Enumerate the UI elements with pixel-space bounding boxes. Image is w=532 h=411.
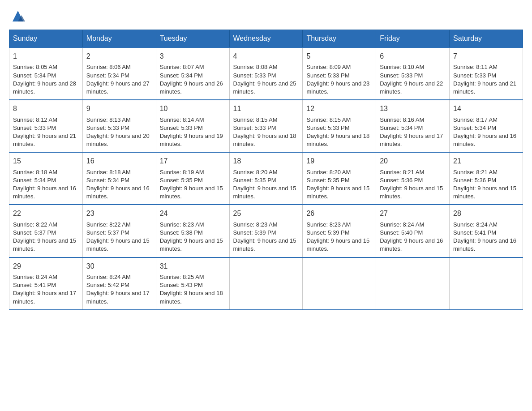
sunrise-label: Sunrise: 8:25 AM [160, 274, 204, 280]
sunset-label: Sunset: 5:35 PM [160, 177, 203, 184]
day-number: 1 [13, 51, 79, 61]
sunrise-label: Sunrise: 8:10 AM [380, 64, 424, 70]
day-number: 17 [160, 156, 226, 166]
sunrise-label: Sunrise: 8:24 AM [13, 274, 57, 280]
calendar-week-row: 22 Sunrise: 8:22 AM Sunset: 5:37 PM Dayl… [9, 205, 523, 257]
daylight-label: Daylight: 9 hours and 15 minutes. [233, 185, 296, 200]
calendar-cell: 26 Sunrise: 8:23 AM Sunset: 5:39 PM Dayl… [303, 205, 376, 257]
day-number: 15 [13, 156, 79, 166]
calendar-cell: 25 Sunrise: 8:23 AM Sunset: 5:39 PM Dayl… [229, 205, 303, 257]
sunrise-label: Sunrise: 8:08 AM [233, 64, 278, 70]
daylight-label: Daylight: 9 hours and 16 minutes. [86, 185, 150, 200]
calendar-day-header: Saturday [450, 30, 523, 48]
calendar-cell [303, 257, 376, 310]
daylight-label: Daylight: 9 hours and 17 minutes. [380, 133, 443, 147]
day-number: 27 [380, 209, 446, 218]
calendar-header-row: SundayMondayTuesdayWednesdayThursdayFrid… [9, 30, 523, 48]
daylight-label: Daylight: 9 hours and 20 minutes. [86, 133, 150, 147]
sunset-label: Sunset: 5:33 PM [13, 124, 56, 131]
sunset-label: Sunset: 5:33 PM [380, 72, 423, 79]
sunset-label: Sunset: 5:43 PM [160, 282, 203, 288]
sunset-label: Sunset: 5:34 PM [86, 177, 129, 184]
daylight-label: Daylight: 9 hours and 16 minutes. [13, 185, 76, 200]
sunrise-label: Sunrise: 8:17 AM [453, 116, 498, 123]
sunset-label: Sunset: 5:33 PM [453, 72, 496, 79]
daylight-label: Daylight: 9 hours and 15 minutes. [13, 237, 76, 252]
calendar-cell: 10 Sunrise: 8:14 AM Sunset: 5:33 PM Dayl… [156, 100, 229, 152]
calendar-cell: 19 Sunrise: 8:20 AM Sunset: 5:35 PM Dayl… [303, 152, 376, 205]
sunrise-label: Sunrise: 8:07 AM [160, 64, 204, 70]
sunset-label: Sunset: 5:34 PM [13, 177, 56, 184]
sunrise-label: Sunrise: 8:24 AM [453, 221, 498, 228]
calendar-cell: 29 Sunrise: 8:24 AM Sunset: 5:41 PM Dayl… [9, 257, 83, 310]
calendar-cell: 14 Sunrise: 8:17 AM Sunset: 5:34 PM Dayl… [450, 100, 523, 152]
sunrise-label: Sunrise: 8:24 AM [380, 221, 424, 228]
day-number: 11 [233, 104, 299, 114]
daylight-label: Daylight: 9 hours and 18 minutes. [306, 133, 369, 147]
calendar-cell: 18 Sunrise: 8:20 AM Sunset: 5:35 PM Dayl… [229, 152, 303, 205]
day-number: 28 [453, 209, 519, 218]
sunset-label: Sunset: 5:39 PM [233, 229, 276, 236]
sunset-label: Sunset: 5:33 PM [233, 72, 276, 79]
daylight-label: Daylight: 9 hours and 26 minutes. [160, 80, 223, 95]
day-number: 26 [306, 209, 372, 218]
sunset-label: Sunset: 5:36 PM [380, 177, 423, 184]
day-number: 16 [86, 156, 152, 166]
calendar-cell: 12 Sunrise: 8:15 AM Sunset: 5:33 PM Dayl… [303, 100, 376, 152]
day-number: 24 [160, 209, 226, 218]
calendar-cell: 27 Sunrise: 8:24 AM Sunset: 5:40 PM Dayl… [376, 205, 450, 257]
sunset-label: Sunset: 5:34 PM [380, 124, 423, 131]
day-number: 4 [233, 51, 299, 61]
daylight-label: Daylight: 9 hours and 23 minutes. [306, 80, 369, 95]
sunrise-label: Sunrise: 8:16 AM [380, 116, 424, 123]
day-number: 18 [233, 156, 299, 166]
logo-icon [11, 9, 25, 23]
calendar-day-header: Wednesday [229, 30, 303, 48]
calendar-week-row: 1 Sunrise: 8:05 AM Sunset: 5:34 PM Dayli… [9, 47, 523, 100]
daylight-label: Daylight: 9 hours and 16 minutes. [453, 133, 516, 147]
day-number: 7 [453, 51, 519, 61]
calendar-day-header: Sunday [9, 30, 83, 48]
day-number: 12 [306, 104, 372, 114]
sunrise-label: Sunrise: 8:23 AM [306, 221, 351, 228]
day-number: 5 [306, 51, 372, 61]
calendar-cell: 20 Sunrise: 8:21 AM Sunset: 5:36 PM Dayl… [376, 152, 450, 205]
calendar-cell: 16 Sunrise: 8:18 AM Sunset: 5:34 PM Dayl… [82, 152, 156, 205]
day-number: 20 [380, 156, 446, 166]
day-number: 13 [380, 104, 446, 114]
calendar-cell: 9 Sunrise: 8:13 AM Sunset: 5:33 PM Dayli… [82, 100, 156, 152]
daylight-label: Daylight: 9 hours and 15 minutes. [86, 237, 150, 252]
calendar-cell: 22 Sunrise: 8:22 AM Sunset: 5:37 PM Dayl… [9, 205, 83, 257]
daylight-label: Daylight: 9 hours and 22 minutes. [380, 80, 443, 95]
sunset-label: Sunset: 5:34 PM [86, 72, 129, 79]
sunrise-label: Sunrise: 8:22 AM [13, 221, 57, 228]
sunrise-label: Sunrise: 8:21 AM [380, 169, 424, 176]
day-number: 8 [13, 104, 79, 114]
calendar-cell [376, 257, 450, 310]
sunrise-label: Sunrise: 8:11 AM [453, 64, 498, 70]
calendar-week-row: 15 Sunrise: 8:18 AM Sunset: 5:34 PM Dayl… [9, 152, 523, 205]
calendar-cell: 8 Sunrise: 8:12 AM Sunset: 5:33 PM Dayli… [9, 100, 83, 152]
day-number: 2 [86, 51, 152, 61]
day-number: 21 [453, 156, 519, 166]
calendar-cell: 6 Sunrise: 8:10 AM Sunset: 5:33 PM Dayli… [376, 47, 450, 100]
daylight-label: Daylight: 9 hours and 15 minutes. [453, 185, 516, 200]
daylight-label: Daylight: 9 hours and 19 minutes. [160, 133, 223, 147]
sunset-label: Sunset: 5:33 PM [306, 124, 349, 131]
daylight-label: Daylight: 9 hours and 17 minutes. [13, 290, 76, 304]
calendar-cell: 17 Sunrise: 8:19 AM Sunset: 5:35 PM Dayl… [156, 152, 229, 205]
sunset-label: Sunset: 5:33 PM [233, 124, 276, 131]
calendar-cell: 31 Sunrise: 8:25 AM Sunset: 5:43 PM Dayl… [156, 257, 229, 310]
sunrise-label: Sunrise: 8:13 AM [86, 116, 131, 123]
sunset-label: Sunset: 5:33 PM [160, 124, 203, 131]
day-number: 22 [13, 209, 79, 218]
sunrise-label: Sunrise: 8:21 AM [453, 169, 498, 176]
sunrise-label: Sunrise: 8:18 AM [13, 169, 57, 176]
daylight-label: Daylight: 9 hours and 15 minutes. [306, 185, 369, 200]
sunset-label: Sunset: 5:35 PM [306, 177, 349, 184]
daylight-label: Daylight: 9 hours and 21 minutes. [453, 80, 516, 95]
daylight-label: Daylight: 9 hours and 21 minutes. [13, 133, 76, 147]
calendar-cell: 15 Sunrise: 8:18 AM Sunset: 5:34 PM Dayl… [9, 152, 83, 205]
calendar-cell: 4 Sunrise: 8:08 AM Sunset: 5:33 PM Dayli… [229, 47, 303, 100]
sunset-label: Sunset: 5:40 PM [380, 229, 423, 236]
